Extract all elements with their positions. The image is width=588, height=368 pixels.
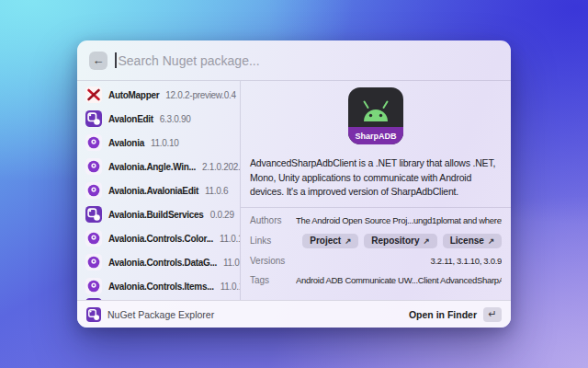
package-list-item[interactable]: AutoMapper12.0.2-preview.0.4 <box>77 83 240 107</box>
nuget-search-window: ← AutoMapper12.0.2-preview.0.4AvalonEdit… <box>77 40 511 328</box>
package-hero: SharpADB <box>250 87 502 148</box>
link-label: License <box>450 236 484 246</box>
links-buttons: Project↗Repository↗License↗ <box>296 234 502 248</box>
nuget-icon <box>85 298 102 300</box>
package-version: 6.3.0.90 <box>160 114 191 124</box>
package-name: Avalonia.Controls.Color... <box>108 234 213 244</box>
external-link-icon: ↗ <box>345 236 351 246</box>
package-list-item[interactable]: Avalonia11.0.10 <box>77 131 240 155</box>
package-icon-label: SharpADB <box>355 132 397 141</box>
license-link-button[interactable]: License↗ <box>443 234 502 248</box>
package-list-item[interactable]: Avalonia.AvaloniaEdit11.0.6 <box>77 178 240 202</box>
package-name: Avalonia.Controls.DataG... <box>108 258 217 268</box>
links-row: Links Project↗Repository↗License↗ <box>250 234 502 248</box>
external-link-icon: ↗ <box>488 236 494 246</box>
package-list-item[interactable]: Avalonia.BuildServices0.0.29 <box>77 202 240 226</box>
package-list-item[interactable]: AvalonEdit6.3.0.90 <box>77 107 240 131</box>
package-list-item[interactable]: Avalonia.Controls.DataG...11.0.10 <box>77 250 240 274</box>
back-arrow-icon: ← <box>93 53 105 67</box>
package-name: Avalonia.BuildServices <box>108 210 204 220</box>
package-version: 11.0.10 <box>220 234 240 244</box>
nuget-icon <box>85 206 102 223</box>
footer-app-name: NuGet Package Explorer <box>107 309 214 320</box>
repository-link-button[interactable]: Repository↗ <box>364 234 436 248</box>
sharpadb-package-icon: SharpADB <box>348 87 403 144</box>
package-list-item[interactable]: Avalonia.Angle.Win...2.1.0.202... <box>77 155 240 178</box>
package-version: 11.0.10 <box>151 138 179 148</box>
links-label: Links <box>250 236 296 246</box>
avalonia-icon <box>85 158 102 175</box>
package-version: 11.0.6 <box>205 186 228 196</box>
package-name: Avalonia.Angle.Win... <box>108 162 196 172</box>
package-detail-pane: SharpADB AdvancedSharpAdbClient is a .NE… <box>241 81 511 300</box>
package-name: AvalonEdit <box>108 114 153 124</box>
project-link-button[interactable]: Project↗ <box>302 234 358 248</box>
versions-value: 3.2.11, 3.1.10, 3.0.9 <box>296 256 502 266</box>
tags-value: Android ADB Communicate UW...Client Adva… <box>296 275 502 285</box>
nuget-icon <box>85 110 102 127</box>
footer-app: NuGet Package Explorer <box>86 307 214 322</box>
package-list-item[interactable]: Avalonia.Controls.Items...11.0.10 <box>77 274 240 298</box>
link-label: Repository <box>371 236 419 246</box>
package-list-item[interactable]: Avalonia.Controls.Color...11.0.10 <box>77 226 240 250</box>
authors-row: Authors The Android Open Source Proj...u… <box>250 214 502 227</box>
package-description: AdvancedSharpAdbClient is a .NET library… <box>250 156 502 200</box>
package-list-item[interactable] <box>77 298 240 300</box>
search-bar: ← <box>77 40 511 81</box>
main-content: AutoMapper12.0.2-preview.0.4AvalonEdit6.… <box>77 81 511 300</box>
external-link-icon: ↗ <box>424 236 430 246</box>
tags-label: Tags <box>250 275 296 285</box>
open-in-finder-label: Open in Finder <box>409 309 477 320</box>
package-list: AutoMapper12.0.2-preview.0.4AvalonEdit6.… <box>77 81 241 300</box>
avalonia-icon <box>85 134 102 151</box>
detail-divider <box>241 207 511 208</box>
back-button[interactable]: ← <box>89 52 107 70</box>
versions-row: Versions 3.2.11, 3.1.10, 3.0.9 <box>250 255 502 268</box>
automapper-icon <box>85 86 102 103</box>
package-name: AutoMapper <box>108 90 159 100</box>
search-input[interactable] <box>117 53 500 68</box>
package-version: 0.0.29 <box>210 210 234 220</box>
package-name: Avalonia.Controls.Items... <box>108 282 214 292</box>
package-version: 2.1.0.202... <box>202 162 240 172</box>
avalonia-icon <box>85 182 102 199</box>
avalonia-icon <box>85 254 102 270</box>
avalonia-icon <box>85 230 102 247</box>
authors-value: The Android Open Source Proj...ungd1plom… <box>296 215 502 225</box>
avalonia-icon <box>85 278 102 294</box>
link-label: Project <box>310 236 341 246</box>
return-key-icon: ↵ <box>483 307 502 322</box>
authors-label: Authors <box>250 215 296 225</box>
nuget-package-explorer-icon <box>86 307 101 322</box>
package-name: Avalonia <box>108 138 144 148</box>
package-name: Avalonia.AvaloniaEdit <box>108 186 198 196</box>
package-version: 11.0.10 <box>223 258 240 268</box>
package-version: 11.0.10 <box>220 282 240 292</box>
tags-row: Tags Android ADB Communicate UW...Client… <box>250 274 502 287</box>
versions-label: Versions <box>250 256 296 266</box>
package-version: 12.0.2-preview.0.4 <box>165 90 235 100</box>
open-in-finder-button[interactable]: Open in Finder ↵ <box>409 307 502 322</box>
footer-bar: NuGet Package Explorer Open in Finder ↵ <box>77 300 511 328</box>
